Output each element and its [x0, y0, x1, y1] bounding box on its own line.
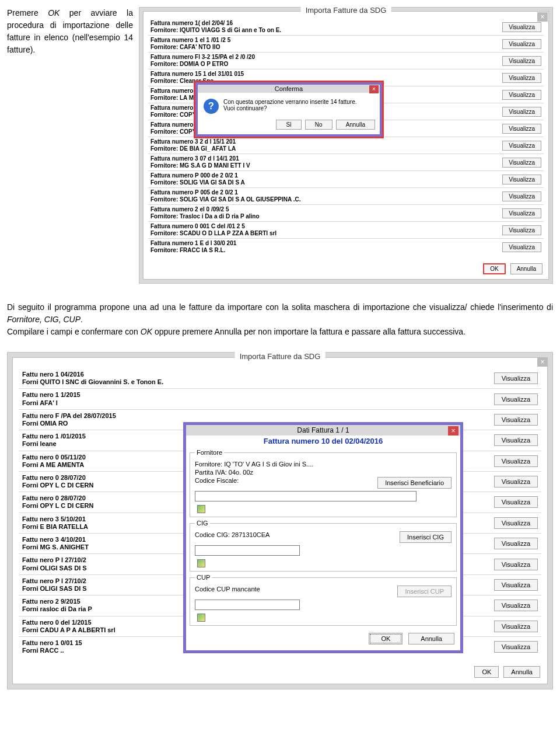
visualizza-button[interactable]: Visualizza	[502, 73, 541, 83]
cig-legend: CIG	[195, 520, 210, 527]
visualizza-button[interactable]: Visualizza	[494, 434, 538, 446]
lookup-icon[interactable]	[197, 614, 205, 622]
visualizza-button[interactable]: Visualizza	[502, 242, 541, 252]
inserisci-cup-button: Inserisci CUP	[397, 586, 452, 597]
panel-title: Importa Fatture da SDG	[301, 6, 391, 15]
list-item: Fattu nero 1 1/2015Forni AFA' IVisualizz…	[19, 389, 541, 409]
visualizza-button[interactable]: Visualizza	[494, 372, 538, 384]
cup-legend: CUP	[195, 574, 212, 581]
cancel-button[interactable]: Annulla	[503, 666, 540, 678]
close-icon[interactable]: ×	[369, 85, 379, 93]
list-item: Fattura numero Fl 3-2 15/PA el 2 /0 /20F…	[148, 53, 544, 69]
visualizza-button[interactable]: Visualizza	[502, 39, 541, 49]
question-icon: ?	[204, 99, 219, 114]
visualizza-button[interactable]: Visualizza	[494, 476, 538, 487]
visualizza-button[interactable]: Visualizza	[494, 538, 538, 549]
visualizza-button[interactable]: Visualizza	[502, 22, 541, 32]
visualizza-button[interactable]: Visualizza	[494, 414, 538, 426]
list-item: Fattura numero P 000 de 2 0/2 1Fornitore…	[148, 171, 544, 188]
list-item: Fattura numero 1 el 1 /01 /2 5Fornitore:…	[148, 36, 544, 53]
dati-fattura-dialog: Dati Fattura 1 / 1 × Fattura numero 10 d…	[183, 422, 463, 653]
codice-cig-label: Codice CIG: 2871310CEA	[195, 531, 270, 538]
confirm-title: Conferma ×	[198, 85, 380, 93]
list-item: Fattura numero P 005 de 2 0/2 1Fornitore…	[148, 188, 544, 205]
cup-input[interactable]	[195, 600, 300, 610]
visualizza-button[interactable]: Visualizza	[494, 393, 538, 405]
fornitore-legend: Fornitore	[195, 449, 224, 456]
ok-button[interactable]: OK	[474, 666, 499, 678]
codice-fiscale-label: Codice Fiscale:	[195, 477, 239, 484]
visualizza-button[interactable]: Visualizza	[494, 621, 538, 632]
instruction-text-2: Di seguito il programma propone una ad u…	[7, 301, 553, 338]
lookup-icon[interactable]	[197, 559, 205, 567]
visualizza-button[interactable]: Visualizza	[502, 175, 541, 184]
dati-subtitle: Fattura numero 10 del 02/04/2016	[186, 436, 460, 447]
dati-title: Dati Fattura 1 / 1 ×	[186, 425, 460, 436]
fornitore-input[interactable]	[195, 491, 416, 501]
visualizza-button[interactable]: Visualizza	[494, 496, 538, 508]
confirm-message: Con questa operazione verranno inserite …	[223, 99, 356, 105]
instruction-text: Premere OK per avviare la procedura di i…	[7, 7, 133, 56]
no-button[interactable]: No	[305, 120, 332, 130]
cig-input[interactable]	[195, 545, 300, 556]
import-panel-2: × Importa Fatture da SDG Fattu nero 1 04…	[7, 352, 553, 689]
close-icon[interactable]: ×	[537, 357, 548, 367]
visualizza-button[interactable]: Visualizza	[502, 225, 541, 235]
list-item: Fattura numero 3 2 d l 15/1 201Fornitore…	[148, 137, 544, 154]
cancel-button[interactable]: Annulla	[510, 263, 542, 274]
list-item: Fattura numero 1( del 2/04/ 16Fornitore:…	[148, 19, 544, 36]
close-icon[interactable]: ×	[448, 426, 459, 436]
list-item: Fattura numero 3 07 d l 14/1 201Fornitor…	[148, 154, 544, 171]
codice-cup-label: Codice CUP mancante	[195, 586, 260, 593]
visualizza-button[interactable]: Visualizza	[494, 455, 538, 467]
list-item: Fattu nero 1 04/2016Forni QUITO I SNC di…	[19, 368, 541, 389]
confirm-message: Vuoi continuare?	[223, 105, 356, 112]
visualizza-button[interactable]: Visualizza	[494, 559, 538, 570]
visualizza-button[interactable]: Visualizza	[502, 208, 541, 218]
cup-group: CUP Codice CUP mancante Inserisci CUP	[190, 574, 457, 626]
yes-button[interactable]: Sì	[276, 120, 301, 130]
cancel-button[interactable]: Annulla	[408, 633, 454, 644]
visualizza-button[interactable]: Visualizza	[502, 56, 541, 66]
inserisci-cig-button[interactable]: Inserisci CIG	[400, 531, 452, 543]
inserisci-beneficiario-button[interactable]: Inserisci Beneficiario	[377, 477, 452, 489]
visualizza-button[interactable]: Visualizza	[502, 90, 541, 100]
visualizza-button[interactable]: Visualizza	[494, 600, 538, 611]
cig-group: CIG Codice CIG: 2871310CEA Inserisci CIG	[190, 520, 457, 572]
panel-title: Importa Fatture da SDG	[235, 352, 326, 361]
confirm-dialog: Conferma × ? Con questa operazione verra…	[194, 81, 384, 138]
list-item: Fattura numero 0 001 C del /01 2 5Fornit…	[148, 222, 544, 239]
visualizza-button[interactable]: Visualizza	[502, 141, 541, 151]
ok-button[interactable]: OK	[483, 263, 505, 274]
partita-iva-line: Partita IVA: 04o. 00z	[195, 469, 452, 476]
visualizza-button[interactable]: Visualizza	[494, 641, 538, 653]
cancel-button[interactable]: Annulla	[336, 120, 375, 130]
fornitore-group: Fornitore Fornitore: IQ 'TO' V AG I S di…	[190, 449, 457, 517]
visualizza-button[interactable]: Visualizza	[502, 158, 541, 168]
visualizza-button[interactable]: Visualizza	[494, 579, 538, 591]
list-item: Fattura numero 2 el 0 /09/2 5Fornitore: …	[148, 205, 544, 222]
ok-button[interactable]: OK	[369, 633, 402, 644]
close-icon[interactable]: ×	[537, 12, 548, 22]
lookup-icon[interactable]	[197, 505, 205, 513]
visualizza-button[interactable]: Visualizza	[502, 107, 541, 117]
visualizza-button[interactable]: Visualizza	[494, 517, 538, 529]
visualizza-button[interactable]: Visualizza	[502, 191, 541, 201]
list-item: Fattura numero 1 E d l 30/0 201Fornitore…	[148, 239, 544, 255]
import-panel-1: × Importa Fatture da SDG Fattura numero …	[139, 7, 553, 284]
visualizza-button[interactable]: Visualizza	[502, 124, 541, 134]
fornitore-line: Fornitore: IQ 'TO' V AG I S di Giov ini …	[195, 461, 452, 468]
